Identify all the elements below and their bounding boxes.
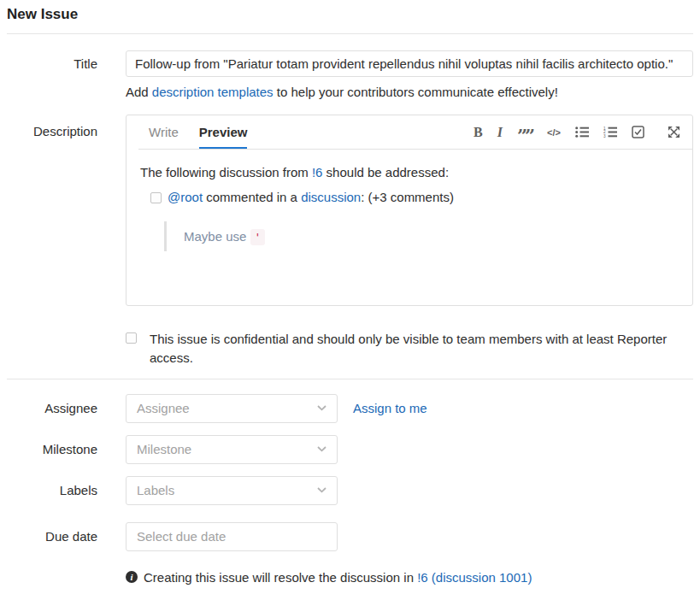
markdown-editor: Write Preview B I ”” </>: [126, 115, 693, 306]
new-issue-form: Title Add description templates to help …: [7, 50, 693, 585]
task-checkbox[interactable]: [150, 192, 162, 203]
editor-tabs: Write Preview: [138, 115, 257, 149]
svg-text:3: 3: [603, 134, 606, 138]
discussion-link[interactable]: discussion: [301, 190, 361, 204]
resolve-note-prefix: Creating this issue will resolve the dis…: [144, 570, 417, 585]
task-list: @root commented in a discussion: (+3 com…: [150, 188, 679, 207]
title-label: Title: [7, 50, 126, 77]
italic-icon[interactable]: I: [497, 125, 503, 140]
chevron-down-icon: [317, 405, 326, 411]
quote-right-icon[interactable]: ””: [517, 125, 532, 140]
title-input[interactable]: [126, 50, 693, 77]
merge-request-link[interactable]: !6: [312, 165, 323, 179]
labels-row: Labels Labels: [7, 476, 693, 505]
labels-dropdown-text: Labels: [137, 483, 174, 497]
task-list-icon[interactable]: [632, 126, 644, 138]
assign-to-me-link[interactable]: Assign to me: [353, 394, 427, 423]
milestone-label: Milestone: [7, 435, 126, 464]
markdown-toolbar: B I ”” </>: [474, 115, 680, 149]
title-help: Add description templates to help your c…: [126, 85, 693, 99]
labels-label: Labels: [7, 476, 126, 505]
milestone-row: Milestone Milestone: [7, 435, 693, 464]
description-preview: The following discussion from !6 should …: [126, 150, 692, 305]
chevron-down-icon: [317, 487, 326, 493]
preview-text-suffix: should be addressed:: [322, 165, 449, 179]
title-row: Title Add description templates to help …: [7, 50, 693, 99]
confidential-label[interactable]: This issue is confidential and should on…: [150, 330, 681, 368]
labels-dropdown[interactable]: Labels: [126, 476, 338, 505]
tab-preview-label: Preview: [199, 115, 248, 149]
title-help-prefix: Add: [126, 85, 152, 99]
tab-write-label: Write: [149, 115, 179, 149]
description-row: Description Write Preview B I ”” </>: [7, 115, 693, 306]
tab-write[interactable]: Write: [138, 115, 189, 149]
preview-text-prefix: The following discussion from: [140, 165, 312, 179]
fullscreen-icon[interactable]: [668, 126, 680, 138]
confidential-checkbox[interactable]: [126, 332, 137, 344]
page-title: New Issue: [7, 0, 693, 33]
milestone-dropdown-text: Milestone: [137, 442, 191, 456]
assignee-row: Assignee Assignee Assign to me: [7, 394, 693, 423]
tab-preview[interactable]: Preview: [189, 115, 258, 149]
new-issue-page: New Issue Title Add description template…: [0, 0, 700, 585]
confidential-row: This issue is confidential and should on…: [7, 330, 693, 368]
inline-code: ': [250, 229, 266, 245]
due-date-input[interactable]: [126, 522, 338, 551]
info-icon: i: [126, 571, 138, 583]
bold-icon[interactable]: B: [474, 125, 483, 140]
task-text-mid: commented in a: [203, 190, 301, 204]
milestone-dropdown[interactable]: Milestone: [126, 435, 338, 464]
description-label: Description: [7, 115, 126, 138]
description-templates-link[interactable]: description templates: [152, 85, 274, 99]
section-divider: [7, 379, 693, 379]
assignee-label: Assignee: [7, 394, 126, 423]
title-help-suffix: to help your contributors communicate ef…: [274, 85, 558, 99]
user-link[interactable]: @root: [168, 190, 203, 204]
code-icon[interactable]: </>: [547, 127, 561, 138]
blockquote-text: Maybe use: [184, 229, 250, 244]
preview-blockquote: Maybe use ': [164, 221, 679, 251]
chevron-down-icon: [317, 446, 326, 452]
preview-paragraph: The following discussion from !6 should …: [140, 163, 679, 182]
resolve-discussion-link[interactable]: !6 (discussion 1001): [417, 570, 532, 585]
task-list-item: @root commented in a discussion: (+3 com…: [150, 188, 679, 207]
markdown-editor-header: Write Preview B I ”” </>: [138, 115, 692, 150]
assignee-dropdown-text: Assignee: [137, 401, 190, 415]
bullet-list-icon[interactable]: [575, 126, 589, 138]
header-divider: [7, 33, 693, 34]
resolve-note-text: Creating this issue will resolve the dis…: [144, 570, 532, 585]
assignee-dropdown[interactable]: Assignee: [126, 394, 338, 423]
task-text-suffix: : (+3 comments): [361, 190, 454, 204]
resolve-note-row: i Creating this issue will resolve the d…: [7, 570, 693, 585]
numbered-list-icon[interactable]: 1 2 3: [603, 126, 617, 138]
due-date-row: Due date: [7, 522, 693, 551]
due-date-label: Due date: [7, 522, 126, 551]
